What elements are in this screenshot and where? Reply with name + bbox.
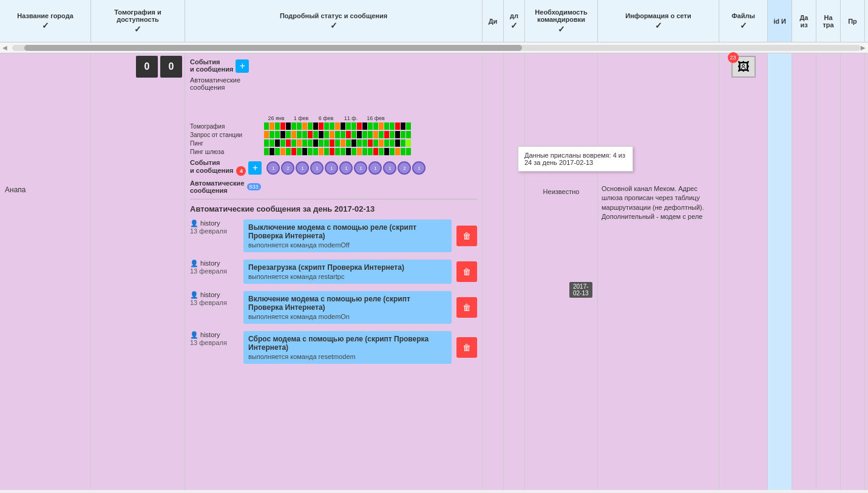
check-neobx: ✓ <box>558 24 565 34</box>
detail-column: Событияи сообщения + Автоматическиесообщ… <box>185 53 483 490</box>
heatmap-container: 26 янв 1 фев 6 фев 11 ф. 16 фев Томограф… <box>190 115 477 155</box>
event-bubble-4[interactable]: 1 <box>310 161 324 175</box>
message-user-4: 👤 history <box>190 331 239 339</box>
add-event-btn[interactable]: + <box>248 161 262 175</box>
trash-icon-4: 🗑 <box>463 343 471 352</box>
message-item-3: 👤 history 13 февраля Включение модема с … <box>190 291 477 324</box>
tomo-row-label: Томография <box>190 123 263 130</box>
header-row: Название города ✓ Томография и доступнос… <box>0 0 868 42</box>
unknown-label: Неизвестно <box>541 186 582 198</box>
tomography-column: 0 0 <box>91 53 185 490</box>
ping-row: Пинг <box>190 139 477 147</box>
check-net: ✓ <box>655 21 662 30</box>
header-net: Информация о сети ✓ <box>598 0 719 42</box>
auto-msg-count-badge: 833 <box>247 183 261 190</box>
message-item-4: 👤 history 13 февраля Сброс модема с помо… <box>190 331 477 364</box>
message-meta-4: 👤 history 13 февраля <box>190 331 239 346</box>
auto-msg-count-label: Автоматическиесообщения <box>190 179 245 194</box>
event-bubble-7[interactable]: 1 <box>354 161 367 175</box>
events-label-top: Событияи сообщения <box>190 58 233 73</box>
content-area: Анапа 0 0 Событияи сообщения + Автоматич… <box>0 53 868 490</box>
scrollbar-track[interactable] <box>12 45 861 51</box>
header-na: На тра <box>816 0 841 42</box>
date-label-1: 26 янв <box>264 115 288 121</box>
event-bubble-2[interactable]: 2 <box>281 161 294 175</box>
message-user-1: 👤 history <box>190 220 239 227</box>
header-da: Да из <box>792 0 816 42</box>
data-tooltip: Данные присланы вовремя: 4 из 24 за день… <box>518 146 633 172</box>
message-date-4: 13 февраля <box>190 339 239 346</box>
message-meta-2: 👤 history 13 февраля <box>190 260 239 275</box>
header-neobx: Необходимость командировки ✓ <box>525 0 598 42</box>
message-content-4: Сброс модема с помощью реле (скрипт Пров… <box>243 331 452 364</box>
event-bubble-8[interactable]: 1 <box>368 161 382 175</box>
delete-btn-2[interactable]: 🗑 <box>456 261 477 282</box>
trash-icon-2: 🗑 <box>463 267 471 277</box>
tomo-cells <box>264 122 411 130</box>
event-bubble-6[interactable]: 1 <box>339 161 353 175</box>
scrollbar-thumb[interactable] <box>24 45 522 51</box>
event-bubble-11[interactable]: 1 <box>412 161 426 175</box>
check-detail: ✓ <box>330 21 337 30</box>
message-content-2: Перезагрузка (скрипт Проверка Интернета)… <box>243 260 452 284</box>
delete-btn-4[interactable]: 🗑 <box>456 337 477 358</box>
dim-col-2 <box>504 53 525 490</box>
date-label-4: 11 ф. <box>339 115 363 121</box>
message-cmd-1: выполняется команда modemOff <box>248 241 447 249</box>
header-razd: Ра зд ЦГ <box>865 0 868 42</box>
ping-gw-label: Пинг шлюза <box>190 149 263 155</box>
request-cells <box>264 131 411 138</box>
message-cmd-4: выполняется команда resetmodem <box>248 353 447 360</box>
event-bubble-1[interactable]: 1 <box>266 161 280 175</box>
events-row: Событияи сообщения 4 + 1 2 1 1 1 1 1 1 1… <box>190 159 477 177</box>
message-title-3: Включение модема с помощью реле (скрипт … <box>248 295 447 312</box>
city-name: Анапа <box>5 186 86 194</box>
network-info-column: Основной канал Меком. Адрес шлюза пропис… <box>598 53 719 490</box>
count-badge-1: 0 <box>136 56 158 78</box>
person-icon-1: 👤 <box>190 220 198 227</box>
events-count-badge: 4 <box>236 166 246 176</box>
pr-column <box>841 53 865 490</box>
files-count-badge: 23 <box>728 52 739 63</box>
delete-btn-1[interactable]: 🗑 <box>456 226 477 246</box>
dim-col-1 <box>483 53 504 490</box>
delete-btn-3[interactable]: 🗑 <box>456 297 477 318</box>
table-wrapper: Название города ✓ Томография и доступнос… <box>0 0 868 493</box>
message-cmd-2: выполняется команда restartpc <box>248 273 447 280</box>
check-dim2: ✓ <box>510 21 518 30</box>
header-tomo: Томография и доступность ✓ <box>91 0 185 42</box>
event-bubble-9[interactable]: 1 <box>383 161 396 175</box>
event-bubble-10[interactable]: 2 <box>398 161 411 175</box>
header-dim2: дл ✓ <box>504 0 525 42</box>
trash-icon-1: 🗑 <box>463 231 471 241</box>
person-icon-2: 👤 <box>190 260 198 267</box>
date-label-5: 16 фев <box>364 115 388 121</box>
header-detail: Подробный статус и сообщения ✓ <box>185 0 483 42</box>
ping-label: Пинг <box>190 140 263 147</box>
horizontal-scrollbar[interactable]: ◀ ▶ <box>0 42 868 53</box>
check-files: ✓ <box>740 21 747 30</box>
heatmap-date-tooltip: 2017-02-13 <box>569 282 592 298</box>
message-date-1: 13 февраля <box>190 227 239 235</box>
date-label-2: 1 фев <box>289 115 313 121</box>
tomo-row: Томография <box>190 122 477 130</box>
na-column <box>816 53 841 490</box>
message-date-2: 13 февраля <box>190 267 239 275</box>
event-bubble-5[interactable]: 1 <box>325 161 338 175</box>
message-content-3: Включение модема с помощью реле (скрипт … <box>243 291 452 324</box>
message-title-2: Перезагрузка (скрипт Проверка Интернета) <box>248 263 447 272</box>
count-badge-2: 0 <box>160 56 182 78</box>
message-item-1: 👤 history 13 февраля Выключение модема с… <box>190 220 477 252</box>
add-event-btn-top[interactable]: + <box>236 59 249 73</box>
header-files: Файлы ✓ <box>719 0 768 42</box>
trash-icon-3: 🗑 <box>463 303 471 312</box>
message-meta-3: 👤 history 13 февраля <box>190 291 239 306</box>
auto-messages-section: Автоматические сообщения за день 2017-02… <box>190 199 477 364</box>
files-badge-container[interactable]: 23 🖼 <box>731 56 756 78</box>
event-bubble-3[interactable]: 1 <box>296 161 309 175</box>
auto-msg-label-top: Автоматическиесообщения <box>190 76 477 91</box>
city-column: Анапа <box>0 53 91 490</box>
person-icon-4: 👤 <box>190 331 198 338</box>
request-label: Запрос от станции <box>190 132 263 138</box>
event-bubbles: 1 2 1 1 1 1 1 1 1 2 1 <box>266 161 426 175</box>
